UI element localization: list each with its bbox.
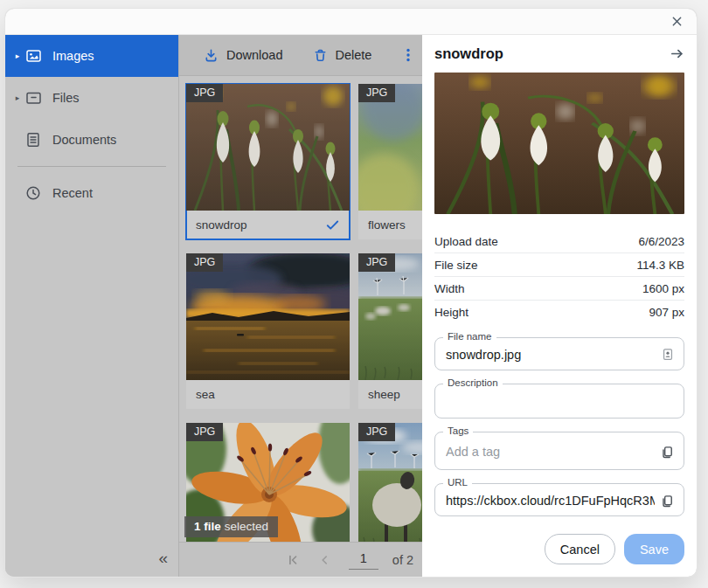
- page-number-input[interactable]: 1: [349, 550, 378, 570]
- download-icon: [204, 48, 219, 63]
- sea-thumbnail: [186, 253, 350, 380]
- recent-clock-icon: [24, 184, 42, 202]
- selection-status-badge: 1 fileselected: [184, 516, 278, 537]
- file-type-badge: JPG: [358, 423, 395, 441]
- copy-icon: [660, 494, 675, 508]
- file-details-panel: snowdrop Upload date 6/6/2023 File size …: [422, 35, 697, 577]
- detail-label: Upload date: [434, 235, 498, 248]
- sidebar-item-label: Images: [52, 49, 94, 63]
- description-input[interactable]: [446, 393, 675, 412]
- sidebar-item-label: Recent: [52, 186, 93, 200]
- download-label: Download: [226, 48, 283, 62]
- detail-label: Width: [434, 282, 465, 295]
- url-input[interactable]: [446, 494, 655, 508]
- selection-count: 1 file: [194, 520, 221, 533]
- snowdrop-preview-image: [434, 73, 684, 214]
- detail-row-width: Width 1600 px: [434, 277, 684, 301]
- file-card-sea[interactable]: JPG sea: [186, 253, 350, 409]
- sidebar-item-label: Documents: [52, 133, 116, 147]
- detail-value: 907 px: [649, 306, 684, 319]
- url-field: URL: [434, 483, 684, 516]
- trash-icon: [313, 48, 328, 63]
- collapse-sidebar-button[interactable]: «: [158, 549, 168, 568]
- file-card-snowdrop[interactable]: JPG snowdrop: [186, 84, 350, 239]
- file-type-badge: JPG: [358, 84, 395, 102]
- flowers-thumbnail: [358, 84, 422, 211]
- sidebar-item-files[interactable]: ▸ Files: [5, 77, 178, 119]
- autofill-icon: [656, 347, 675, 363]
- tags-field: Tags: [434, 432, 684, 470]
- detail-row-height: Height 907 px: [434, 301, 684, 324]
- file-type-badge: JPG: [186, 253, 223, 272]
- selection-suffix: selected: [225, 520, 268, 533]
- panel-footer: Cancel Save: [422, 534, 697, 577]
- detail-row-upload-date: Upload date 6/6/2023: [434, 230, 684, 253]
- dialog-header: [5, 9, 697, 35]
- first-page-icon: [286, 553, 300, 567]
- file-type-badge: JPG: [186, 84, 223, 102]
- close-icon: [670, 15, 684, 28]
- delete-button[interactable]: Delete: [313, 48, 372, 63]
- check-icon: [325, 218, 340, 232]
- file-caption: snowdrop: [196, 218, 247, 232]
- detail-row-file-size: File size 114.3 KB: [434, 253, 684, 277]
- sidebar-divider: [17, 166, 166, 167]
- download-button[interactable]: Download: [204, 48, 283, 63]
- more-options-button[interactable]: [401, 47, 415, 63]
- sheep-thumbnail: [358, 253, 422, 380]
- cancel-button[interactable]: Cancel: [545, 534, 615, 564]
- previous-page-button[interactable]: [317, 553, 331, 567]
- delete-label: Delete: [336, 48, 372, 62]
- open-file-button[interactable]: [670, 46, 684, 61]
- file-name-label: File name: [443, 331, 496, 342]
- image-preview: [434, 73, 684, 214]
- sidebar-item-images[interactable]: ▸ Images: [5, 35, 178, 77]
- tags-label: Tags: [443, 425, 473, 436]
- file-type-badge: JPG: [358, 253, 395, 272]
- expand-caret-icon[interactable]: ▸: [5, 93, 23, 102]
- snowdrop-thumbnail: [186, 84, 350, 211]
- description-label: Description: [443, 377, 503, 388]
- category-sidebar: ▸ Images ▸ Files ▸ Documents: [5, 35, 179, 577]
- detail-value: 6/6/2023: [638, 235, 684, 248]
- sidebar-item-documents[interactable]: ▸ Documents: [5, 119, 178, 161]
- files-icon: [24, 89, 42, 107]
- file-caption: flowers: [368, 218, 406, 232]
- pagination-bar: 1 of 2: [179, 542, 422, 577]
- file-card-flowers[interactable]: JPG flowers: [358, 84, 422, 239]
- save-button[interactable]: Save: [624, 534, 684, 564]
- panel-title: snowdrop: [434, 45, 503, 62]
- documents-icon: [24, 131, 42, 149]
- url-label: URL: [443, 477, 472, 488]
- detail-label: Height: [434, 306, 469, 319]
- close-button[interactable]: [667, 12, 686, 31]
- file-card-sheep-field[interactable]: JPG: [358, 423, 422, 542]
- sidebar-item-recent[interactable]: ▸ Recent: [5, 172, 178, 214]
- images-icon: [24, 47, 42, 65]
- chevron-left-icon: [317, 553, 331, 567]
- sidebar-item-label: Files: [52, 91, 80, 105]
- file-caption: sheep: [368, 388, 400, 401]
- copy-tags-button[interactable]: [655, 445, 675, 460]
- description-field: Description: [434, 384, 684, 419]
- thumbnail-grid: JPG snowdrop JPG flowers JPG: [179, 76, 422, 542]
- detail-value: 114.3 KB: [636, 259, 684, 272]
- tags-input[interactable]: [446, 445, 655, 459]
- ckbox-dialog: ▸ Images ▸ Files ▸ Documents: [5, 9, 697, 577]
- file-browser: Download Delete JPG snowdrop: [179, 35, 422, 577]
- file-details-table: Upload date 6/6/2023 File size 114.3 KB …: [434, 230, 684, 324]
- arrow-right-icon: [670, 46, 684, 61]
- page-total-label: of 2: [392, 553, 413, 567]
- detail-value: 1600 px: [642, 282, 684, 295]
- kebab-icon: [401, 47, 415, 63]
- action-toolbar: Download Delete: [179, 35, 422, 76]
- file-name-field: File name: [434, 337, 684, 370]
- file-caption: sea: [196, 388, 215, 401]
- file-card-sheep[interactable]: JPG sheep: [358, 253, 422, 409]
- file-name-input[interactable]: [446, 348, 656, 362]
- detail-label: File size: [434, 259, 478, 272]
- first-page-button[interactable]: [286, 553, 300, 567]
- copy-icon: [660, 445, 675, 460]
- copy-url-button[interactable]: [655, 494, 675, 508]
- expand-caret-icon[interactable]: ▸: [5, 52, 23, 60]
